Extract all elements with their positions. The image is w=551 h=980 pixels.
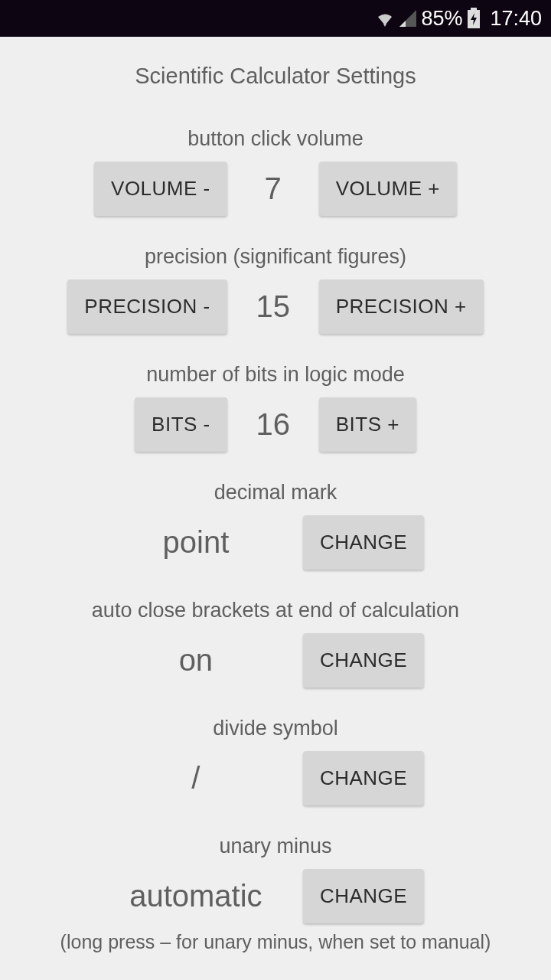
bits-minus-button[interactable]: BITS - xyxy=(135,397,227,452)
bits-plus-button[interactable]: BITS + xyxy=(319,397,416,452)
unary-minus-label: unary minus xyxy=(0,835,551,858)
auto-close-setting: auto close brackets at end of calculatio… xyxy=(0,599,551,688)
unary-minus-hint: (long press – for unary minus, when set … xyxy=(0,931,551,953)
clock: 17:40 xyxy=(490,7,542,31)
auto-close-label: auto close brackets at end of calculatio… xyxy=(0,599,551,622)
precision-value: 15 xyxy=(227,289,319,324)
page-title: Scientific Calculator Settings xyxy=(0,64,551,89)
decimal-mark-change-button[interactable]: CHANGE xyxy=(303,515,424,570)
volume-label: button click volume xyxy=(0,127,551,151)
precision-label: precision (significant figures) xyxy=(0,245,551,269)
volume-setting: button click volume VOLUME - 7 VOLUME + xyxy=(0,127,551,216)
divide-symbol-value: / xyxy=(127,761,265,795)
signal-icon xyxy=(399,10,416,27)
wifi-icon xyxy=(375,10,395,27)
status-bar: 85% 17:40 xyxy=(0,0,551,37)
divide-symbol-change-button[interactable]: CHANGE xyxy=(303,751,424,805)
auto-close-value: on xyxy=(127,643,265,678)
decimal-mark-setting: decimal mark point CHANGE xyxy=(0,481,551,570)
decimal-mark-value: point xyxy=(127,525,265,560)
bits-setting: number of bits in logic mode BITS - 16 B… xyxy=(0,363,551,452)
battery-percentage: 85% xyxy=(421,7,462,31)
divide-symbol-setting: divide symbol / CHANGE xyxy=(0,717,551,805)
unary-minus-change-button[interactable]: CHANGE xyxy=(303,869,424,923)
unary-minus-value: automatic xyxy=(127,879,265,913)
bits-label: number of bits in logic mode xyxy=(0,363,551,387)
decimal-mark-label: decimal mark xyxy=(0,481,551,505)
volume-value: 7 xyxy=(227,172,319,206)
auto-close-change-button[interactable]: CHANGE xyxy=(303,633,424,688)
precision-plus-button[interactable]: PRECISION + xyxy=(319,279,484,334)
precision-minus-button[interactable]: PRECISION - xyxy=(67,279,227,334)
precision-setting: precision (significant figures) PRECISIO… xyxy=(0,245,551,334)
battery-charging-icon xyxy=(467,8,481,29)
unary-minus-setting: unary minus automatic CHANGE (long press… xyxy=(0,835,551,953)
bits-value: 16 xyxy=(227,407,319,442)
volume-minus-button[interactable]: VOLUME - xyxy=(94,162,227,216)
settings-content: Scientific Calculator Settings button cl… xyxy=(0,37,551,975)
divide-symbol-label: divide symbol xyxy=(0,717,551,740)
svg-rect-0 xyxy=(471,8,477,10)
volume-plus-button[interactable]: VOLUME + xyxy=(319,162,457,216)
